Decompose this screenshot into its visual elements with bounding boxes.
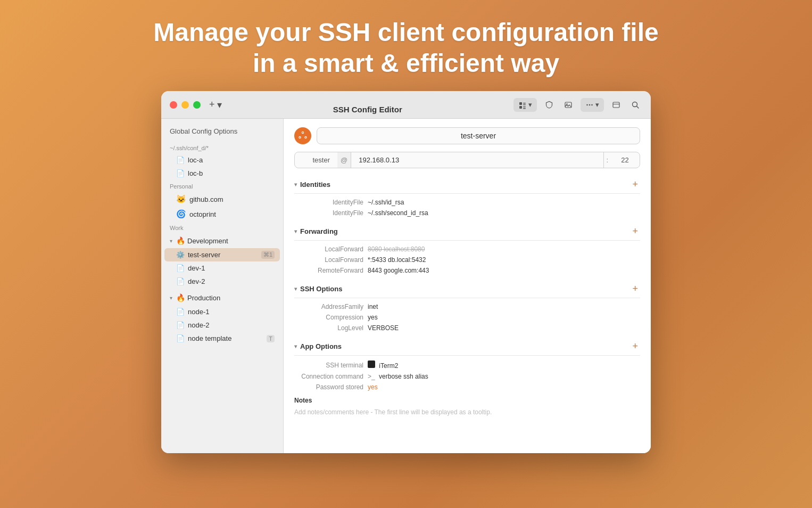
ssh-options-title: ▾ SSH Options (294, 285, 342, 293)
connection-row: tester @ 192.168.0.13 : 22 (294, 152, 640, 168)
test-server-icon: ⚙️ (176, 251, 185, 259)
identity-label-1: IdentityFile (294, 199, 363, 206)
close-button[interactable] (170, 101, 177, 109)
notes-placeholder[interactable]: Add notes/comments here - The first line… (294, 406, 640, 418)
identities-add-button[interactable]: + (630, 179, 640, 190)
add-menu-button[interactable]: + ▾ (209, 99, 222, 111)
app-options-title: ▾ App Options (294, 342, 342, 350)
ssh-opt-label-2: Compression (294, 314, 363, 321)
app-opt-password-value: yes (368, 383, 378, 391)
forwarding-add-button[interactable]: + (630, 226, 640, 237)
ssh-opt-value-2: yes (368, 314, 378, 321)
appearance-button[interactable] (561, 98, 575, 112)
connection-port[interactable]: 22 (610, 152, 640, 168)
search-button[interactable] (628, 98, 642, 112)
svg-rect-2 (523, 104, 526, 105)
identity-value-2: ~/.ssh/second_id_rsa (368, 209, 428, 217)
forwarding-value-1: 8080 localhost:8080 (368, 245, 425, 253)
sidebar-item-loc-b[interactable]: 📄 loc-b (161, 167, 283, 180)
security-button[interactable] (542, 98, 556, 112)
forwarding-value-3: 8443 google.com:443 (368, 267, 429, 274)
development-group-icon: 🔥 (176, 236, 185, 245)
app-opt-connection-value: >_ verbose ssh alias (368, 373, 428, 380)
app-title: SSH Config Editor (333, 105, 402, 114)
svg-point-9 (589, 104, 591, 105)
identities-chevron-icon[interactable]: ▾ (294, 182, 297, 187)
sidebar-item-node1[interactable]: 📄 node-1 (161, 305, 283, 318)
shield-icon (545, 101, 553, 109)
sidebar-global-config[interactable]: Global Config Options (161, 123, 283, 142)
app-opt-terminal-label: SSH terminal (294, 362, 363, 369)
forwarding-title: ▾ Forwarding (294, 227, 338, 235)
production-chevron-icon: ▾ (170, 295, 172, 301)
app-opt-connection-row: Connection command >_ verbose ssh alias (294, 371, 640, 382)
identities-section-header: ▾ Identities + (294, 176, 640, 194)
connection-user: tester (295, 152, 337, 168)
svg-rect-4 (523, 106, 526, 108)
more-chevron-icon: ▾ (595, 101, 599, 109)
page-headline: Manage your SSH client configuration fil… (153, 17, 658, 78)
profile-chevron-icon: ▾ (528, 101, 532, 109)
app-options-section: ▾ App Options + SSH terminal iTerm2 Conn… (294, 338, 640, 392)
forwarding-chevron-icon[interactable]: ▾ (294, 228, 297, 234)
sidebar-personal-label: Personal (161, 180, 283, 192)
sidebar-item-dev1[interactable]: 📄 dev-1 (161, 261, 283, 275)
headline-line2: in a smart & efficient way (253, 49, 559, 77)
app-options-add-button[interactable]: + (630, 341, 640, 352)
maximize-button[interactable] (193, 101, 201, 109)
file-icon-dev2: 📄 (176, 277, 185, 285)
sidebar-group-production-header[interactable]: ▾ 🔥 Production (161, 290, 283, 305)
profile-list-button[interactable]: ▾ (513, 98, 537, 112)
app-window: + ▾ SSH Config Editor ▾ (161, 91, 651, 453)
window-icon (612, 101, 620, 109)
forwarding-row-1: LocalForward 8080 localhost:8080 (294, 244, 640, 255)
hostname-input[interactable] (317, 127, 640, 144)
sidebar-item-node2[interactable]: 📄 node-2 (161, 318, 283, 332)
identity-label-2: IdentityFile (294, 209, 363, 217)
sidebar-item-dev2[interactable]: 📄 dev-2 (161, 275, 283, 288)
connection-host[interactable]: 192.168.0.13 (351, 152, 604, 168)
production-group-icon: 🔥 (176, 293, 185, 302)
app-options-section-header: ▾ App Options + (294, 338, 640, 356)
svg-rect-1 (523, 103, 526, 104)
app-options-chevron-icon[interactable]: ▾ (294, 343, 297, 349)
sidebar-group-development-header[interactable]: ▾ 🔥 Development (161, 233, 283, 248)
ssh-opt-row-2: Compression yes (294, 312, 640, 323)
list-icon (518, 101, 527, 109)
minimize-button[interactable] (181, 101, 189, 109)
sidebar-work-label: Work (161, 222, 283, 233)
cmd-prefix: >_ (368, 373, 375, 380)
svg-point-21 (305, 137, 306, 138)
sidebar-item-node-template[interactable]: 📄 node template T (161, 332, 283, 345)
title-bar: + ▾ SSH Config Editor ▾ (161, 91, 651, 119)
ssh-options-add-button[interactable]: + (630, 283, 640, 294)
sidebar-item-test-server[interactable]: ⚙️ test-server ⌘1 (164, 248, 280, 261)
photo-icon (564, 101, 573, 109)
sidebar-group-production: ▾ 🔥 Production 📄 node-1 📄 node-2 📄 node … (161, 290, 283, 345)
file-icon-loc-b: 📄 (176, 169, 185, 177)
svg-rect-0 (519, 102, 522, 105)
identities-title: ▾ Identities (294, 181, 330, 189)
forwarding-label-3: RemoteForward (294, 267, 363, 274)
add-chevron-icon: ▾ (217, 99, 222, 111)
host-icon (294, 127, 311, 144)
sidebar-item-loc-a[interactable]: 📄 loc-a (161, 153, 283, 167)
svg-rect-11 (613, 102, 619, 108)
ssh-options-chevron-icon[interactable]: ▾ (294, 286, 297, 292)
ubuntu-icon (297, 130, 309, 142)
ssh-opt-value-3: VERBOSE (368, 324, 399, 332)
window-button[interactable] (609, 98, 623, 112)
host-header (294, 127, 640, 144)
more-options-button[interactable]: ▾ (581, 98, 604, 112)
identity-value-1: ~/.ssh/id_rsa (368, 199, 404, 206)
identity-row-2: IdentityFile ~/.ssh/second_id_rsa (294, 208, 640, 218)
sidebar-item-octoprint[interactable]: 🌀 octoprint (161, 207, 283, 222)
sidebar-item-github[interactable]: 🐱 github.com (161, 192, 283, 207)
connection-colon: : (604, 152, 610, 168)
github-icon: 🐱 (176, 194, 186, 204)
app-opt-terminal-row: SSH terminal iTerm2 (294, 359, 640, 371)
forwarding-section-header: ▾ Forwarding + (294, 223, 640, 241)
search-icon (631, 101, 640, 109)
sidebar-group-development: ▾ 🔥 Development ⚙️ test-server ⌘1 📄 dev-… (161, 233, 283, 288)
iterm-icon (368, 360, 375, 368)
